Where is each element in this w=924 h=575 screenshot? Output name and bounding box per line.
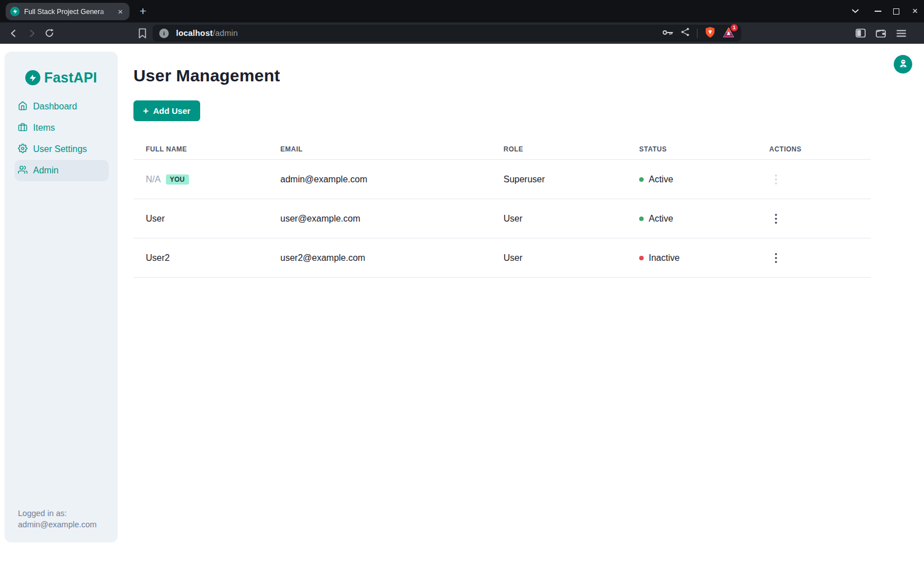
full-name-cell: User2 <box>133 253 268 263</box>
full-name-cell: User <box>133 214 268 224</box>
column-header-status: STATUS <box>627 145 757 153</box>
urlbar-separator <box>697 29 697 38</box>
home-icon <box>18 101 27 113</box>
sidebar-item-items[interactable]: Items <box>15 117 109 139</box>
status-dot <box>639 177 644 182</box>
row-actions-kebab-icon[interactable] <box>769 250 783 266</box>
app-page: FastAPI Dashboard Items User Settings <box>0 44 924 575</box>
logged-in-email: admin@example.com <box>18 519 96 530</box>
actions-cell <box>757 250 871 266</box>
sidebar-toggle-icon[interactable] <box>853 26 868 40</box>
table-row: User user@example.com User Active <box>133 199 871 238</box>
tab-title: Full Stack Project Genera <box>24 8 116 16</box>
role-cell: User <box>491 214 627 224</box>
brave-rewards-icon[interactable]: 1 <box>723 27 734 40</box>
row-actions-kebab-icon <box>769 172 783 187</box>
logged-in-info: Logged in as: admin@example.com <box>18 508 96 530</box>
column-header-role: ROLE <box>491 145 627 153</box>
row-actions-kebab-icon[interactable] <box>769 211 783 227</box>
logged-in-label: Logged in as: <box>18 508 96 519</box>
tab-search-chevron-down-icon[interactable] <box>848 4 862 18</box>
browser-tab-bar: Full Stack Project Genera × + × <box>0 0 924 22</box>
sidebar-item-admin[interactable]: Admin <box>15 160 109 181</box>
role-cell: User <box>491 253 627 263</box>
app-sidebar: FastAPI Dashboard Items User Settings <box>4 52 118 542</box>
add-user-label: Add User <box>153 106 191 116</box>
bookmark-icon[interactable] <box>138 28 147 39</box>
fastapi-logo: FastAPI <box>4 70 118 86</box>
password-key-icon[interactable] <box>662 28 673 38</box>
status-value: Active <box>649 174 673 185</box>
sidebar-item-label: Admin <box>33 165 58 176</box>
role-cell: Superuser <box>491 174 627 185</box>
sidebar-item-dashboard[interactable]: Dashboard <box>15 96 109 117</box>
toolbar-right <box>853 26 918 40</box>
back-button[interactable] <box>6 25 21 41</box>
brave-shield-icon[interactable] <box>705 26 715 40</box>
sidebar-item-label: User Settings <box>33 144 87 154</box>
urlbar-actions: 1 <box>662 26 734 40</box>
logo-text: FastAPI <box>44 70 97 86</box>
wallet-icon[interactable] <box>874 26 888 40</box>
status-dot <box>639 217 644 221</box>
add-user-button[interactable]: + Add User <box>133 100 200 121</box>
minimize-button[interactable] <box>871 4 885 18</box>
status-cell: Active <box>627 214 757 224</box>
browser-toolbar: i localhost/admin 1 <box>0 22 924 44</box>
status-value: Inactive <box>649 253 680 263</box>
sidebar-item-label: Items <box>33 123 55 133</box>
full-name-value: N/A <box>146 174 161 185</box>
full-name-cell: N/A YOU <box>133 174 268 185</box>
table-header-row: FULL NAME EMAIL ROLE STATUS ACTIONS <box>133 139 871 160</box>
status-value: Active <box>649 214 673 224</box>
you-badge: YOU <box>166 174 189 185</box>
status-cell: Active <box>627 174 757 185</box>
gear-icon <box>18 144 27 155</box>
new-tab-button[interactable]: + <box>136 4 150 18</box>
maximize-button[interactable] <box>889 4 903 18</box>
close-window-button[interactable]: × <box>908 4 922 18</box>
email-cell: user@example.com <box>268 214 491 224</box>
email-cell: admin@example.com <box>268 174 491 185</box>
table-row: User2 user2@example.com User Inactive <box>133 238 871 278</box>
url-bar[interactable]: i localhost/admin 1 <box>153 25 741 42</box>
forward-button[interactable] <box>24 25 39 41</box>
table-row: N/A YOU admin@example.com Superuser Acti… <box>133 160 871 199</box>
actions-cell <box>757 211 871 227</box>
url-path: /admin <box>212 29 238 38</box>
browser-tab[interactable]: Full Stack Project Genera × <box>6 3 130 20</box>
window-controls: × <box>848 0 924 22</box>
user-menu-button[interactable] <box>894 55 912 73</box>
rewards-badge: 1 <box>731 24 738 31</box>
url-text[interactable]: localhost/admin <box>176 29 238 38</box>
zap-icon <box>25 70 40 85</box>
column-header-email: EMAIL <box>268 145 491 153</box>
plus-icon: + <box>143 106 149 116</box>
menu-hamburger-icon[interactable] <box>894 26 908 40</box>
user-avatar-icon <box>898 58 908 70</box>
users-table: FULL NAME EMAIL ROLE STATUS ACTIONS N/A … <box>133 139 871 278</box>
site-info-icon[interactable]: i <box>159 29 169 38</box>
column-header-actions: ACTIONS <box>757 145 871 153</box>
sidebar-nav: Dashboard Items User Settings Admin <box>4 96 118 181</box>
tab-close-icon[interactable]: × <box>116 6 125 17</box>
users-icon <box>18 165 27 177</box>
email-cell: user2@example.com <box>268 253 491 263</box>
reload-button[interactable] <box>41 25 57 41</box>
sidebar-item-label: Dashboard <box>33 102 77 112</box>
sidebar-item-user-settings[interactable]: User Settings <box>15 139 109 160</box>
status-cell: Inactive <box>627 253 757 263</box>
column-header-full-name: FULL NAME <box>133 145 268 153</box>
url-host: localhost <box>176 29 212 38</box>
share-icon[interactable] <box>681 27 690 39</box>
status-dot <box>639 256 644 260</box>
main-content: User Management + Add User FULL NAME EMA… <box>118 44 924 575</box>
page-title: User Management <box>133 66 924 85</box>
actions-cell <box>757 172 871 187</box>
briefcase-icon <box>18 122 27 134</box>
fastapi-favicon-icon <box>10 7 20 16</box>
